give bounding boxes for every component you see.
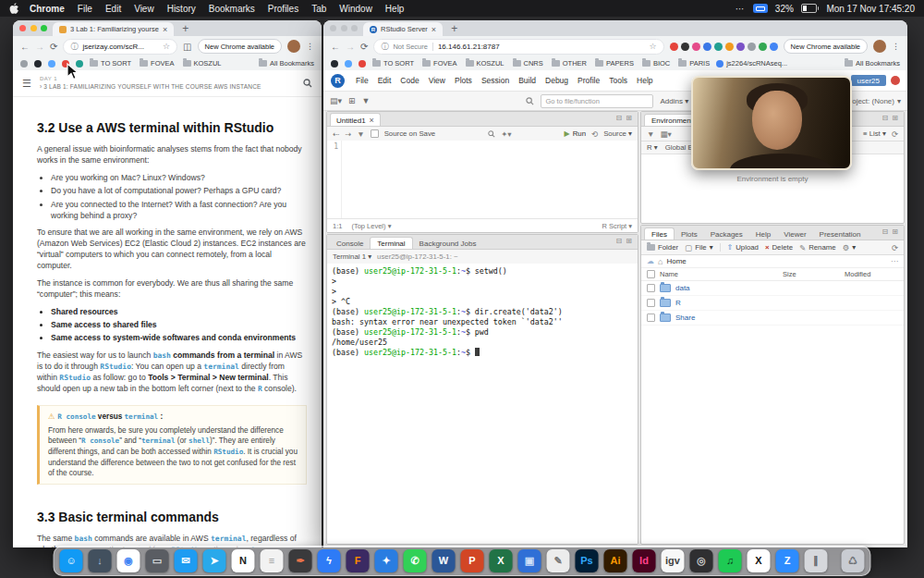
row-checkbox[interactable] bbox=[647, 284, 655, 292]
rstudio-menu-item[interactable]: View bbox=[424, 76, 450, 85]
back-icon[interactable]: ⇠ bbox=[333, 129, 339, 139]
extension-icon[interactable] bbox=[748, 43, 756, 51]
zoom-window-button[interactable] bbox=[351, 25, 358, 31]
menubar-menu-item[interactable]: Profiles bbox=[261, 4, 305, 14]
console-pane-tab[interactable]: Background Jobs bbox=[413, 238, 483, 249]
rstudio-menu-item[interactable]: Debug bbox=[541, 76, 573, 85]
import-dataset-icon[interactable]: ▦▾ bbox=[660, 129, 671, 139]
dock-item-downloads[interactable]: ↓ bbox=[89, 549, 112, 572]
bookmark-favicon[interactable] bbox=[34, 60, 42, 68]
extension-icon[interactable] bbox=[770, 43, 778, 51]
webcam-overlay[interactable] bbox=[691, 76, 852, 170]
view-selector[interactable]: ≡ List ▾ bbox=[863, 129, 886, 138]
chrome-update-button[interactable]: New Chrome available bbox=[784, 39, 868, 54]
new-file-icon[interactable]: ▤▾ bbox=[330, 96, 342, 105]
dock-item-remote-desktop[interactable]: ▣ bbox=[518, 549, 541, 572]
refresh-icon[interactable]: ⟳ bbox=[892, 243, 898, 252]
source-on-save-checkbox[interactable] bbox=[371, 129, 379, 138]
menubar-menu-item[interactable]: Bookmarks bbox=[202, 4, 261, 14]
dock-item-word[interactable]: W bbox=[432, 549, 456, 572]
bookmark-folder[interactable]: OTHER bbox=[552, 59, 587, 68]
save-icon[interactable]: ▼ bbox=[357, 129, 364, 139]
bookmark-folder[interactable]: BIOC bbox=[642, 59, 670, 68]
new-file-button[interactable]: ▢File ▾ bbox=[685, 243, 713, 252]
new-folder-button[interactable]: Folder bbox=[647, 243, 678, 252]
delete-button[interactable]: ×Delete bbox=[765, 243, 793, 252]
bookmark-folder[interactable]: KOSZUL bbox=[466, 59, 505, 68]
sidebar-toggle-icon[interactable]: ☰ bbox=[22, 78, 31, 90]
files-pane-tab[interactable]: Presentation bbox=[813, 228, 868, 240]
chrome-menu-icon[interactable]: ⋮ bbox=[892, 42, 900, 51]
pane-minmax-icons[interactable]: ⊟⊞ bbox=[616, 114, 635, 124]
browser-tab-rstudio[interactable]: R RStudio Server × bbox=[363, 22, 443, 36]
browser-tab-course[interactable]: 3 Lab 1: Familiarizing yourse × bbox=[53, 22, 174, 36]
addins-dropdown[interactable]: Addins ▾ bbox=[660, 97, 688, 105]
save-icon[interactable]: ▼ bbox=[647, 129, 654, 139]
site-info-icon[interactable]: ⓘ bbox=[381, 42, 388, 52]
code-editor[interactable]: 1 bbox=[327, 141, 638, 219]
dock-item-excel[interactable]: X bbox=[490, 549, 513, 572]
dock-item-camera-app[interactable]: ◎ bbox=[690, 549, 713, 572]
dock-item-messenger[interactable]: ϟ bbox=[318, 549, 341, 572]
file-row[interactable]: Share bbox=[641, 311, 904, 326]
bookmark-favicon[interactable] bbox=[48, 60, 55, 68]
rstudio-menu-item[interactable]: Help bbox=[632, 76, 657, 85]
site-info-icon[interactable]: ⓘ bbox=[70, 42, 78, 52]
tab-close-icon[interactable]: × bbox=[163, 25, 167, 34]
dock-item-x-app[interactable]: X bbox=[748, 549, 771, 572]
reload-button[interactable]: ⟳ bbox=[50, 42, 57, 52]
bookmark-folder[interactable]: PAPERS bbox=[595, 59, 634, 68]
goto-file-function-input[interactable] bbox=[541, 94, 653, 108]
dock-item-safari[interactable]: ✦ bbox=[375, 549, 398, 572]
files-pane-tab[interactable]: Packages bbox=[704, 228, 749, 240]
files-pane-tab[interactable]: Help bbox=[749, 228, 777, 240]
terminal-output[interactable]: (base) user25@ip-172-31-5-1:~$ setwd() >… bbox=[327, 264, 638, 544]
dock-item-finder[interactable]: ☺ bbox=[60, 549, 83, 572]
tab-close-icon[interactable]: × bbox=[370, 116, 374, 125]
dock-item-telegram[interactable]: ➤ bbox=[203, 549, 226, 572]
project-selector[interactable]: Project: (None) ▾ bbox=[845, 97, 901, 105]
zoom-window-button[interactable] bbox=[41, 25, 47, 31]
dock-item-igv[interactable]: igv bbox=[662, 549, 685, 572]
pane-minmax-icons[interactable]: ⊟⊞ bbox=[616, 237, 635, 247]
new-tab-button[interactable]: + bbox=[179, 22, 191, 35]
back-button[interactable]: ← bbox=[20, 42, 30, 52]
apple-menu-icon[interactable] bbox=[9, 3, 19, 15]
extension-icon[interactable] bbox=[736, 43, 745, 51]
scope-selector[interactable]: (Top Level) ▾ bbox=[351, 222, 391, 230]
more-button[interactable]: ⚙ ▾ bbox=[843, 243, 857, 252]
column-modified[interactable]: Modified bbox=[845, 270, 898, 278]
files-pane-tab[interactable]: Viewer bbox=[777, 228, 812, 240]
address-bar[interactable]: ⓘ Not Secure 16.146.61.21:8787 ☆ bbox=[373, 39, 663, 55]
menubar-menu-item[interactable]: File bbox=[71, 4, 99, 14]
dock-item-notion[interactable]: N bbox=[232, 549, 255, 572]
menubar-menu-item[interactable]: Edit bbox=[99, 4, 128, 14]
file-name-link[interactable]: data bbox=[675, 284, 778, 292]
column-size[interactable]: Size bbox=[783, 270, 840, 278]
chrome-menu-icon[interactable]: ⋮ bbox=[306, 42, 314, 51]
dock-item-spotify[interactable]: ♫ bbox=[719, 549, 742, 572]
all-bookmarks-button[interactable]: All Bookmarks bbox=[845, 59, 900, 68]
close-window-button[interactable] bbox=[330, 25, 336, 31]
all-bookmarks-button[interactable]: All Bookmarks bbox=[259, 59, 314, 68]
close-window-button[interactable] bbox=[19, 25, 26, 31]
column-name[interactable]: Name bbox=[660, 270, 778, 278]
bookmark-star-icon[interactable]: ☆ bbox=[163, 42, 170, 51]
dock-item-bear[interactable]: ✒ bbox=[289, 549, 312, 572]
files-pane-tab[interactable]: Plots bbox=[675, 228, 704, 240]
dock-item-display[interactable]: ▭ bbox=[146, 549, 169, 572]
code-tools-icon[interactable]: ✦▾ bbox=[501, 129, 511, 139]
dock-item-zoom[interactable]: Z bbox=[776, 549, 799, 572]
rstudio-menu-item[interactable]: Edit bbox=[373, 76, 396, 85]
rstudio-menu-item[interactable]: Plots bbox=[450, 76, 477, 85]
run-button[interactable]: ▶ Run bbox=[565, 129, 586, 138]
rstudio-menu-item[interactable]: Code bbox=[395, 76, 423, 85]
tab-close-icon[interactable]: × bbox=[432, 25, 436, 34]
bookmark-item[interactable]: js2264/scRNAseq... bbox=[716, 59, 787, 68]
rstudio-menu-item[interactable]: Tools bbox=[604, 76, 632, 85]
menubar-menu-item[interactable]: View bbox=[128, 4, 161, 14]
file-row[interactable]: R bbox=[641, 296, 904, 311]
menubar-clock[interactable]: Mon 17 Nov 17:45:20 bbox=[826, 4, 915, 14]
forward-button[interactable]: → bbox=[346, 42, 355, 52]
rstudio-menu-item[interactable]: Session bbox=[477, 76, 514, 85]
